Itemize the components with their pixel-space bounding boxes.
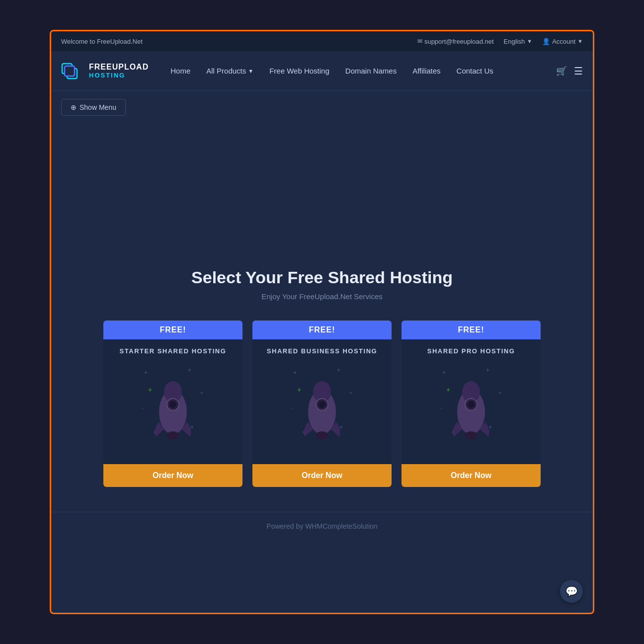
- logo-link[interactable]: FREEUPLOAD HOSTING: [61, 60, 149, 82]
- nav-contact-us[interactable]: Contact Us: [450, 63, 500, 79]
- language-selector[interactable]: English ▼: [504, 38, 533, 45]
- nav-affiliates[interactable]: Affiliates: [405, 63, 447, 79]
- svg-text:+: +: [349, 390, 352, 396]
- cart-button[interactable]: 🛒: [556, 66, 567, 77]
- email-text: support@freeupload.net: [424, 38, 494, 45]
- svg-text:+: +: [144, 369, 148, 376]
- pricing-title: Select Your Free Shared Hosting: [66, 268, 578, 287]
- svg-text:+: +: [188, 367, 191, 374]
- svg-text:+: +: [337, 367, 340, 374]
- card-plan-name-starter: STARTER SHARED HOSTING: [111, 347, 235, 355]
- account-dropdown-arrow: ▼: [577, 38, 583, 44]
- svg-text:+: +: [190, 424, 194, 431]
- svg-text:+: +: [442, 369, 446, 376]
- card-badge-starter: FREE!: [103, 321, 242, 339]
- svg-text:+: +: [297, 386, 301, 394]
- show-menu-label: Show Menu: [80, 103, 116, 111]
- svg-point-43: [468, 401, 475, 408]
- language-dropdown-arrow: ▼: [527, 38, 532, 44]
- topbar: Welcome to FreeUpload.Net ✉ support@free…: [51, 31, 593, 51]
- rocket-svg-business: + + · + - + + + -: [287, 365, 357, 454]
- svg-text:+: +: [488, 424, 492, 431]
- svg-text:·: ·: [165, 365, 166, 370]
- svg-point-15: [169, 401, 176, 408]
- nav-icons: 🛒 ☰: [556, 65, 583, 77]
- svg-text:-: -: [440, 405, 442, 410]
- svg-rect-2: [65, 66, 75, 76]
- svg-point-29: [319, 401, 325, 408]
- svg-text:+: +: [339, 424, 343, 431]
- svg-text:+: +: [148, 386, 152, 394]
- svg-text:+: +: [486, 367, 489, 374]
- navbar: FREEUPLOAD HOSTING Home All Products ▼ F…: [51, 51, 593, 91]
- pricing-subtitle: Enjoy Your FreeUpload.Net Services: [66, 292, 578, 301]
- show-menu-icon: ⊕: [71, 103, 77, 111]
- svg-point-16: [167, 431, 179, 439]
- topbar-actions: ✉ support@freeupload.net English ▼ 👤 Acc…: [417, 38, 583, 45]
- svg-text:·: ·: [464, 365, 465, 370]
- nav-home[interactable]: Home: [163, 63, 197, 79]
- logo-hosting-text: HOSTING: [89, 72, 149, 79]
- svg-text:+: +: [293, 369, 297, 376]
- pricing-card-starter: FREE! STARTER SHARED HOSTING + + · + -: [103, 321, 242, 487]
- card-plan-name-pro: SHARED PRO HOSTING: [409, 347, 533, 355]
- footer: Powered by WHMCompleteSolution: [51, 512, 593, 540]
- card-badge-business: FREE!: [252, 321, 392, 339]
- rocket-svg-pro: + + · + - + + + -: [436, 365, 506, 454]
- rocket-svg-starter: + + · + - + + + -: [138, 365, 208, 454]
- order-now-business[interactable]: Order Now: [252, 464, 392, 487]
- pricing-card-business: FREE! SHARED BUSINESS HOSTING + + · + - …: [252, 321, 392, 487]
- pricing-section: Select Your Free Shared Hosting Enjoy Yo…: [51, 253, 593, 512]
- card-body-business: SHARED BUSINESS HOSTING + + · + - + +: [252, 339, 392, 459]
- card-body-pro: SHARED PRO HOSTING + + · + - + +: [402, 339, 541, 459]
- show-menu-button[interactable]: ⊕ Show Menu: [61, 99, 126, 116]
- nav-all-products[interactable]: All Products ▼: [199, 63, 260, 79]
- svg-text:+: +: [498, 390, 501, 396]
- show-menu-area: ⊕ Show Menu: [51, 91, 593, 124]
- account-label: Account: [552, 38, 575, 45]
- card-badge-pro: FREE!: [402, 321, 541, 339]
- chat-bubble[interactable]: 💬: [560, 580, 583, 603]
- language-label: English: [504, 38, 525, 45]
- account-icon: 👤: [542, 38, 550, 45]
- card-image-pro: + + · + - + + + -: [409, 360, 533, 459]
- nav-links: Home All Products ▼ Free Web Hosting Dom…: [163, 63, 556, 79]
- logo-free-text: FREEUPLOAD: [89, 63, 149, 72]
- svg-text:+: +: [200, 390, 203, 396]
- card-plan-name-business: SHARED BUSINESS HOSTING: [260, 347, 384, 355]
- chat-icon: 💬: [565, 585, 578, 597]
- svg-point-44: [465, 431, 477, 439]
- welcome-text: Welcome to FreeUpload.Net: [61, 38, 143, 45]
- footer-powered-by: Powered by WHMCompleteSolution: [266, 522, 377, 530]
- svg-text:-: -: [142, 405, 144, 410]
- card-body-starter: STARTER SHARED HOSTING + + · + - +: [103, 339, 242, 459]
- pricing-card-pro: FREE! SHARED PRO HOSTING + + · + - +: [402, 321, 541, 487]
- hero-area: [51, 124, 593, 253]
- logo-icon: [61, 60, 84, 82]
- svg-text:-: -: [291, 405, 293, 410]
- pricing-cards: FREE! STARTER SHARED HOSTING + + · + -: [66, 321, 578, 487]
- nav-free-web-hosting[interactable]: Free Web Hosting: [262, 63, 336, 79]
- topbar-welcome: Welcome to FreeUpload.Net: [61, 38, 143, 45]
- order-now-pro[interactable]: Order Now: [402, 464, 541, 487]
- nav-domain-names[interactable]: Domain Names: [338, 63, 403, 79]
- svg-text:·: ·: [315, 365, 316, 370]
- email-link[interactable]: ✉ support@freeupload.net: [417, 38, 494, 45]
- account-link[interactable]: 👤 Account ▼: [542, 38, 583, 45]
- envelope-icon: ✉: [417, 38, 422, 45]
- card-image-starter: + + · + - + + + -: [111, 360, 235, 459]
- svg-point-30: [316, 431, 328, 439]
- hamburger-button[interactable]: ☰: [574, 65, 583, 77]
- svg-text:+: +: [446, 386, 450, 394]
- all-products-arrow: ▼: [248, 68, 253, 74]
- card-image-business: + + · + - + + + -: [260, 360, 384, 459]
- order-now-starter[interactable]: Order Now: [103, 464, 242, 487]
- logo-text: FREEUPLOAD HOSTING: [89, 63, 149, 79]
